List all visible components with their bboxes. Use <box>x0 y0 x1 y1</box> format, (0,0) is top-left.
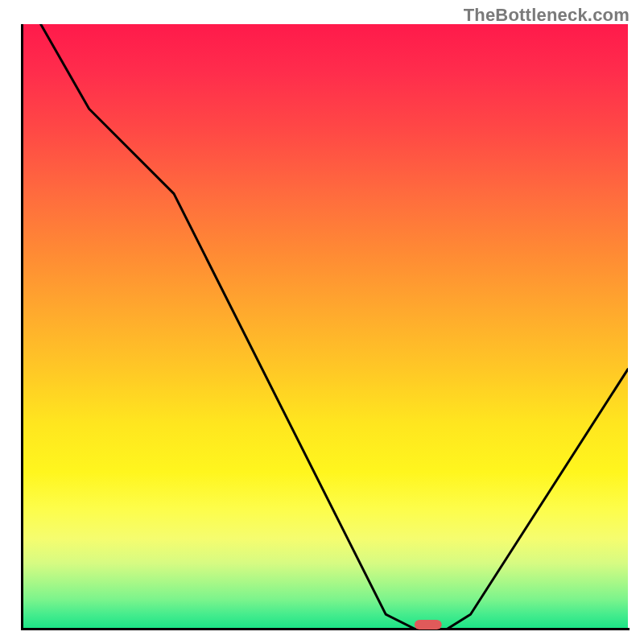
x-axis-line <box>21 628 630 630</box>
y-axis-line <box>21 24 23 630</box>
chart-container: TheBottleneck.com <box>0 0 644 644</box>
plot-area <box>23 24 628 630</box>
watermark-text: TheBottleneck.com <box>464 5 630 26</box>
